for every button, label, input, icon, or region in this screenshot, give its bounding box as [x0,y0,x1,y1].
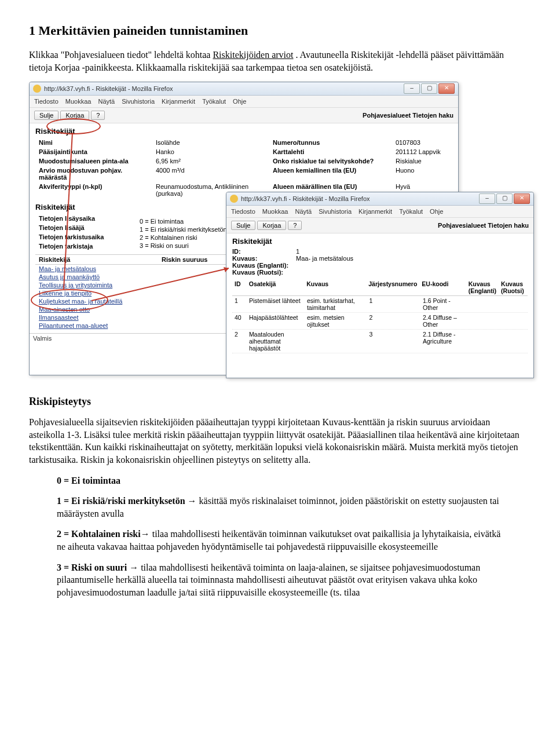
maximize-button[interactable]: ▢ [421,83,437,94]
scale-def-3: 3 = Riski on suuri → tilaa mahdollisesti… [57,561,510,599]
val-kuvaus-sv [296,269,528,276]
window2-titlebar: http://kk37.vyh.fi - Riskitekijät - Mozi… [226,192,533,206]
menu-kirjanmerkit[interactable]: Kirjanmerkit [162,98,195,105]
menu-tyokalut[interactable]: Työkalut [202,98,226,105]
minimize-button[interactable]: – [404,83,420,94]
osa-row: 2 Maatalouden aiheuttamat hajapäästöt 3 … [232,330,528,353]
cell: 2 [232,330,247,353]
menu-nayta[interactable]: Näytä [295,208,312,215]
window2-menubar: Tiedosto Muokkaa Näytä Sivuhistoria Kirj… [226,206,533,218]
cell: Pistemäiset lähteet [247,296,305,312]
window2-toolbar: Sulje Korjaa ? Pohjavesialueet Tietojen … [226,218,533,233]
menu-ohje[interactable]: Ohje [233,98,246,105]
col-riskin-suuruus: Riskin suuruus [158,255,211,264]
menu-tyokalut[interactable]: Työkalut [399,208,423,215]
lbl-kemiallinen: Alueen kemiallinen tila (EU) [269,166,392,182]
cell: 40 [232,313,247,329]
lbl-tarkistaja: Tietojen tarkistaja [35,242,152,251]
lbl-arvio: Arvio muodostuvan pohjav. määrästä [35,166,152,182]
val-arvio: 4000 m³/d [152,166,269,182]
window2-content: Riskitekijät ID:1 Kuvaus:Maa- ja metsäta… [226,233,533,357]
header-right-label: Pohjavesialueet Tietojen haku [363,112,453,119]
menu-nayta[interactable]: Näytä [98,98,115,105]
scale-0-bold: 0 = Ei toimintaa [57,476,120,485]
lbl-kunta: Pääsijaintikunta [35,147,152,156]
val-kemiallinen: Huono [392,166,445,182]
close-button[interactable]: ✕ [514,193,530,204]
arrow-icon: → [129,563,138,572]
section-title-riskitekijat: Riskitekijät [232,237,528,246]
cell: 2.1 Diffuse - Agriculture [420,330,467,353]
val-id: 1 [296,248,528,255]
col-kuvaus-sv: Kuvaus (Ruotsi) [499,279,528,295]
lbl-karttalehti: Karttalehti [269,147,392,156]
cell: esim. metsien ojitukset [305,313,367,329]
osa-row: 1 Pistemäiset lähteet esim. turkistarhat… [232,296,528,313]
cell [499,296,528,312]
lbl-kuvaus: Kuvaus: [232,255,296,262]
window2-title: http://kk37.vyh.fi - Riskitekijät - Mozi… [241,195,479,202]
col-jarjestys: Järjestysnumero [366,279,419,295]
cell: Hajapäästölähteet [247,313,305,329]
menu-muokkaa[interactable]: Muokkaa [65,98,92,105]
val-kuvaus-en [296,262,528,269]
cell [305,330,367,353]
lbl-lisaysaika: Tietojen lisäysaika [35,214,152,223]
help-button[interactable]: ? [288,221,302,230]
arrow-icon: → [141,529,150,539]
menu-sivuhistoria[interactable]: Sivuhistoria [122,98,155,105]
lbl-kuvaus-en: Kuvaus (Englanti): [232,262,296,269]
val-riskialue: Riskialue [392,156,445,166]
osa-row: 40 Hajapäästölähteet esim. metsien ojitu… [232,313,528,330]
screenshot-composite: http://kk37.vyh.fi - Riskitekijät - Mozi… [29,82,533,383]
sulje-button[interactable]: Sulje [34,111,58,120]
cell: 2 [367,313,420,329]
menu-ohje[interactable]: Ohje [430,208,443,215]
val-karttalehti: 201112 Lappvik [392,147,445,156]
menu-tiedosto[interactable]: Tiedosto [231,208,255,215]
menu-kirjanmerkit[interactable]: Kirjanmerkit [359,208,392,215]
lbl-tarkistusaika: Tietojen tarkistusaika [35,232,152,242]
korjaa-button[interactable]: Korjaa [257,221,286,230]
lbl-id: ID: [232,248,296,255]
doc-paragraph-1: Klikkaa "Pohjavesialueen tiedot" lehdelt… [29,49,527,74]
lbl-lisaaja: Tietojen lisääjä [35,223,152,232]
window1-titlebar: http://kk37.vyh.fi - Riskitekijät - Mozi… [30,82,458,96]
cell [467,313,499,329]
menu-muokkaa[interactable]: Muokkaa [262,208,288,215]
minimize-button[interactable]: – [479,193,495,204]
cell: 2.4 Diffuse –Other [420,313,467,329]
p1-text-a: Klikkaa "Pohjavesialueen tiedot" lehdelt… [29,50,213,60]
lbl-nimi: Nimi [35,138,152,147]
cell: 1 [367,296,420,312]
cell [467,296,499,312]
col-kuvaus: Kuvaus [304,279,366,295]
scale-definitions: 0 = Ei toimintaa 1 = Ei riskiä/riski mer… [57,474,510,599]
cell: Maatalouden aiheuttamat hajapäästöt [247,330,305,353]
cell [467,330,499,353]
lbl-numero: Numero/tunnus [269,138,392,147]
header-right-label: Pohjavesialueet Tietojen haku [438,222,529,229]
val-kuvaus: Maa- ja metsätalous [296,255,528,262]
window1-menubar: Tiedosto Muokkaa Näytä Sivuhistoria Kirj… [30,96,458,108]
doc-heading-2: Riskipisteytys [29,396,527,408]
sulje-button[interactable]: Sulje [231,221,255,230]
window-riskitekijat-detail: http://kk37.vyh.fi - Riskitekijät - Mozi… [226,192,534,378]
lbl-akviferi: Akviferityyppi (n-kpl) [35,182,152,198]
scale-3-bold: 3 = Riski on suuri [57,563,129,572]
close-button[interactable]: ✕ [438,83,455,94]
cell [499,330,528,353]
firefox-icon [230,195,238,203]
scale-def-2: 2 = Kohtalainen riski→ tilaa mahdollises… [57,528,510,553]
section-title-riskitekijat: Riskitekijät [35,127,452,136]
menu-sivuhistoria[interactable]: Sivuhistoria [319,208,352,215]
scale-1-bold: 1 = Ei riskiä/riski merkityksetön [57,496,188,506]
help-button[interactable]: ? [91,111,105,120]
menu-tiedosto[interactable]: Tiedosto [34,98,58,105]
val-nimi: Isolähde [152,138,269,147]
cell: esim. turkistarhat, taimitarhat [305,296,367,312]
maximize-button[interactable]: ▢ [496,193,513,204]
col-riskitekija: Riskitekijä [35,255,158,264]
window1-title: http://kk37.vyh.fi - Riskitekijät - Mozi… [44,85,404,92]
korjaa-button[interactable]: Korjaa [60,111,89,120]
